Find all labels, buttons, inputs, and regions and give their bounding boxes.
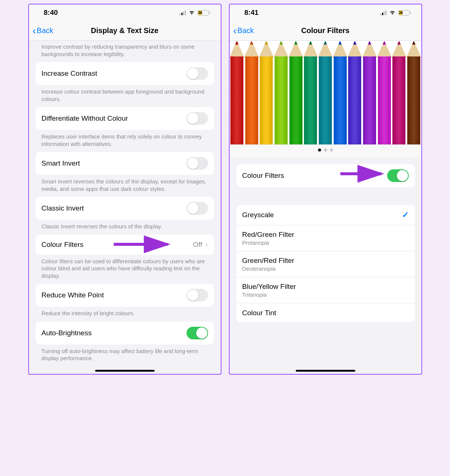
page-dot: [330, 149, 333, 151]
section-footer: Classic Invert reverses the colours of t…: [36, 220, 214, 235]
page-dot: [318, 149, 321, 151]
page-title: Display & Text Size: [29, 26, 221, 35]
reduce-white-point-switch[interactable]: [187, 289, 208, 301]
chevron-left-icon: ‹: [233, 26, 237, 36]
differentiate-without-colour-switch[interactable]: [187, 112, 208, 125]
page-title: Colour Filters: [230, 26, 421, 35]
row-label: Reduce White Point: [42, 291, 187, 299]
pencil: [407, 41, 421, 144]
back-label: Back: [237, 26, 254, 35]
row-label: Differentiate Without Colour: [42, 114, 187, 123]
row-smart-invert[interactable]: Smart Invert: [36, 152, 214, 175]
row-reduce-white-point[interactable]: Reduce White Point: [36, 284, 214, 307]
colour-preview-pencils[interactable]: [230, 41, 421, 145]
battery-icon: 38: [398, 10, 411, 16]
row-label: Increase Contrast: [42, 69, 187, 78]
wifi-icon: [389, 9, 396, 17]
pencil: [274, 41, 289, 144]
pencil: [318, 41, 333, 144]
row-colour-filters[interactable]: Colour Filters Off ›: [36, 235, 214, 255]
row-colour-filters-toggle[interactable]: Colour Filters: [236, 164, 415, 187]
phone-colour-filters: 8:41 38 ‹ Back Colour Filters Co: [229, 4, 422, 375]
filter-option[interactable]: Colour Tint: [236, 303, 415, 322]
pencil: [288, 41, 303, 144]
nav-bar: ‹ Back Display & Text Size: [29, 21, 221, 41]
back-button[interactable]: ‹ Back: [233, 26, 254, 36]
status-bar: 8:41 38: [230, 4, 421, 21]
row-label: Colour Filters: [42, 241, 193, 249]
section-footer: Replaces user interface items that rely …: [36, 130, 214, 152]
status-bar: 8:40 38: [29, 4, 221, 21]
row-value: Off: [193, 241, 202, 249]
option-title: Colour Tint: [242, 309, 409, 317]
filter-option[interactable]: Green/Red FilterDeuteranopia: [236, 251, 415, 277]
battery-icon: 38: [198, 10, 210, 16]
cellular-signal-icon: [179, 10, 186, 15]
option-subtitle: Protanopia: [242, 239, 409, 246]
page-dot: [324, 149, 327, 151]
status-right: 38: [380, 9, 411, 17]
status-right: 38: [179, 9, 210, 17]
page-indicator[interactable]: [230, 145, 421, 157]
filter-options-group: Greyscale✓Red/Green FilterProtanopiaGree…: [236, 205, 415, 322]
settings-content: Improve contrast by reducing transparenc…: [29, 41, 221, 374]
increase-contrast-switch[interactable]: [187, 67, 208, 80]
chevron-left-icon: ‹: [33, 26, 36, 36]
filter-option[interactable]: Greyscale✓: [236, 205, 415, 225]
settings-content: Colour Filters Greyscale✓Red/Green Filte…: [230, 41, 421, 374]
classic-invert-switch[interactable]: [187, 202, 208, 215]
smart-invert-switch[interactable]: [187, 157, 208, 170]
home-indicator[interactable]: [95, 370, 155, 372]
row-increase-contrast[interactable]: Increase Contrast: [36, 62, 214, 85]
pencil: [259, 41, 274, 144]
row-label: Classic Invert: [42, 204, 187, 212]
section-footer: Reduce the intensity of bright colours.: [36, 307, 214, 322]
option-subtitle: Deuteranopia: [242, 265, 409, 272]
filter-option[interactable]: Red/Green FilterProtanopia: [236, 225, 415, 251]
pencil: [244, 41, 259, 144]
row-label: Auto-Brightness: [42, 329, 187, 337]
option-title: Blue/Yellow Filter: [242, 283, 409, 291]
nav-bar: ‹ Back Colour Filters: [230, 21, 421, 41]
pencil: [333, 41, 347, 144]
row-differentiate-without-colour[interactable]: Differentiate Without Colour: [36, 107, 214, 130]
colour-filters-switch[interactable]: [387, 169, 409, 182]
filter-option[interactable]: Blue/Yellow FilterTritanopia: [236, 277, 415, 303]
section-footer: Colour filters can be used to differenti…: [36, 255, 214, 284]
section-footer: Smart Invert reverses the colours of the…: [36, 175, 214, 197]
option-title: Greyscale: [242, 211, 402, 219]
row-classic-invert[interactable]: Classic Invert: [36, 197, 214, 220]
home-indicator[interactable]: [296, 370, 355, 372]
pencil: [377, 41, 392, 144]
wifi-icon: [188, 9, 195, 17]
phone-display-text-size: 8:40 38 ‹ Back Display & Text Size Impro…: [28, 4, 221, 375]
row-auto-brightness[interactable]: Auto-Brightness: [36, 322, 214, 345]
section-footer: Improve contrast by reducing transparenc…: [36, 41, 214, 62]
option-title: Green/Red Filter: [242, 257, 409, 265]
pencil: [347, 41, 362, 144]
checkmark-icon: ✓: [402, 210, 409, 220]
option-subtitle: Tritanopia: [242, 291, 409, 298]
section-footer: Turning off auto-brightness may affect b…: [36, 345, 214, 366]
pencil: [362, 41, 377, 144]
back-label: Back: [37, 26, 53, 35]
chevron-right-icon: ›: [205, 240, 208, 250]
status-time: 8:40: [44, 9, 58, 17]
auto-brightness-switch[interactable]: [187, 327, 208, 339]
back-button[interactable]: ‹ Back: [33, 26, 54, 36]
row-label: Smart Invert: [42, 159, 187, 167]
option-title: Red/Green Filter: [242, 231, 409, 239]
row-label: Colour Filters: [242, 172, 387, 180]
pencil: [303, 41, 318, 144]
pencil: [392, 41, 407, 144]
cellular-signal-icon: [380, 10, 386, 15]
pencil: [230, 41, 245, 144]
section-footer: Increase colour contrast between app for…: [36, 85, 214, 107]
status-time: 8:41: [245, 9, 259, 17]
